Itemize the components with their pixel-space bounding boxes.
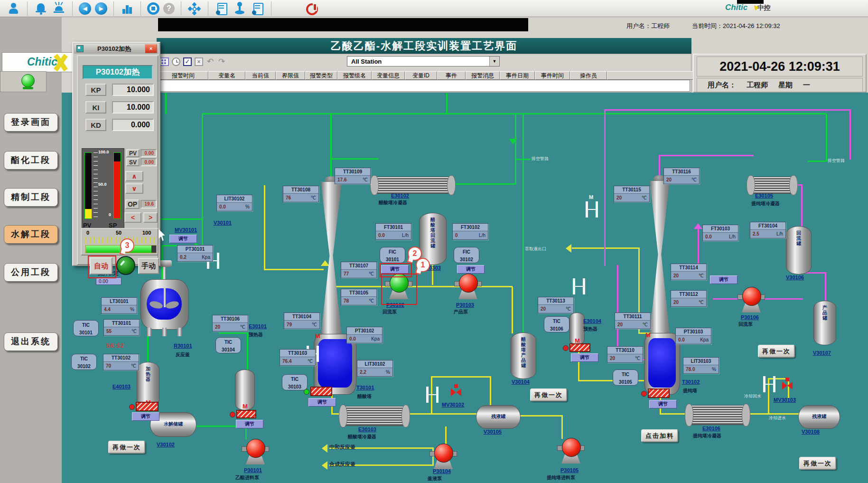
equipment-label-E30103[interactable]: E30103: [358, 426, 376, 432]
kd-value-field[interactable]: 0.000: [112, 119, 154, 131]
bell-icon[interactable]: [34, 2, 48, 15]
op-increase-button[interactable]: >: [143, 212, 158, 223]
equipment-label-P30104[interactable]: P30104: [433, 468, 451, 474]
equipment-label-V30106[interactable]: V30106: [786, 275, 804, 280]
kp-value-field[interactable]: 10.000: [112, 84, 154, 96]
horizontal-tank[interactable]: 残液罐: [476, 405, 521, 429]
action-button[interactable]: 再做一次: [108, 441, 145, 454]
valve-symbol[interactable]: [426, 387, 439, 403]
heat-exchanger[interactable]: [376, 177, 449, 194]
lamp-icon[interactable]: [52, 2, 66, 15]
instrument-TT30102[interactable]: TT3010270℃: [103, 354, 139, 370]
equipment-label-V30105[interactable]: V30105: [484, 429, 502, 435]
adjust-button[interactable]: 调节: [308, 398, 336, 407]
adjust-button[interactable]: 调节: [710, 275, 737, 284]
auto-manual-knob[interactable]: [116, 256, 135, 275]
alarm-col-6[interactable]: 报警组名: [337, 71, 372, 80]
equipment-label-V30108[interactable]: V30108: [802, 429, 820, 435]
manual-mode-button[interactable]: 手动: [138, 258, 159, 274]
equipment-label-P30101[interactable]: P30101: [244, 467, 262, 473]
instrument-TT30103[interactable]: TT3010376.4℃: [280, 349, 316, 366]
report-icon[interactable]: [215, 2, 229, 15]
pump-stopped[interactable]: [433, 444, 454, 470]
trend-chart-icon[interactable]: [120, 2, 134, 15]
instrument-FT30102[interactable]: FT301020L/h: [452, 223, 488, 240]
controller-TIC30105[interactable]: TIC30105: [613, 369, 638, 386]
station-filter-dropdown[interactable]: All Station ▼: [347, 56, 500, 66]
alarm-col-7[interactable]: 变量信息: [372, 71, 405, 80]
instrument-TT30104[interactable]: TT3010479℃: [284, 313, 320, 329]
equipment-label-MV30101[interactable]: MV30101: [175, 227, 197, 233]
valve-symbol[interactable]: [763, 376, 775, 392]
controller-TIC30102[interactable]: TIC30102: [71, 354, 97, 370]
alarm-undo-icon[interactable]: ↶: [206, 57, 215, 66]
equipment-label-R30101[interactable]: R30101: [174, 343, 192, 349]
equipment-label-MV30102[interactable]: MV30102: [442, 402, 464, 407]
equipment-label-P30105[interactable]: P30105: [560, 467, 579, 473]
instrument-LT30101[interactable]: LT301014.4%: [101, 297, 137, 314]
controller-TIC30101[interactable]: TIC30101: [73, 320, 99, 336]
action-button[interactable]: 再做一次: [799, 457, 836, 470]
equipment-label-MV30103[interactable]: MV30103: [774, 397, 796, 403]
equipment-label-E30106[interactable]: E30106: [702, 426, 720, 431]
adjust-button[interactable]: 调节: [571, 353, 598, 362]
alarm-col-4[interactable]: 界限值: [276, 71, 305, 80]
nav-forward-icon[interactable]: ▶: [95, 2, 107, 15]
pump-stopped[interactable]: [245, 439, 266, 465]
stir-setting-field[interactable]: 0.00: [96, 277, 121, 285]
sidebar-item-4[interactable]: 水解工段: [4, 225, 58, 244]
alarm-col-2[interactable]: 变量名: [208, 71, 245, 80]
instrument-PT30101[interactable]: PT301010.2Kpa: [177, 245, 213, 262]
instrument-TT30105[interactable]: TT3010578℃: [341, 289, 377, 305]
help-icon[interactable]: ?: [163, 3, 175, 14]
equipment-label-E30104[interactable]: E30104: [583, 318, 601, 324]
adjust-button[interactable]: 调节: [457, 265, 485, 274]
vertical-vessel[interactable]: M: [569, 313, 585, 345]
alarm-clear-icon[interactable]: ×: [195, 57, 203, 66]
equipment-label-T30101[interactable]: T30101: [356, 385, 374, 390]
instrument-PT30102[interactable]: PT301020.0Kpa: [346, 327, 383, 343]
vertical-vessel[interactable]: 加热器M: [137, 362, 159, 407]
report-config-icon[interactable]: [251, 2, 265, 15]
vertical-vessel[interactable]: 产品罐: [813, 301, 836, 345]
instrument-TT30116[interactable]: TT3011620℃: [663, 168, 700, 184]
controller-TIC30104[interactable]: TIC30104: [215, 337, 241, 353]
adjust-button[interactable]: 调节: [236, 420, 263, 428]
equipment-label-P30103[interactable]: P30103: [456, 302, 474, 308]
op-field[interactable]: 19.6: [140, 200, 157, 208]
vertical-vessel[interactable]: 醋酸塔产品罐: [511, 332, 536, 379]
nav-back-icon[interactable]: ◀: [79, 2, 91, 15]
sv-field[interactable]: 0.00: [140, 158, 157, 166]
instrument-TT30112[interactable]: TT3011220℃: [671, 290, 707, 307]
heat-exchanger[interactable]: [345, 406, 404, 426]
instrument-PT30103[interactable]: PT301030.0Kpa: [675, 328, 711, 344]
network-icon[interactable]: [187, 2, 202, 15]
instrument-TT30113[interactable]: TT3011320℃: [538, 297, 574, 313]
instrument-LIT30102[interactable]: LIT301020.0%: [216, 195, 252, 211]
equipment-label-V30101[interactable]: V30101: [214, 220, 232, 226]
instrument-TT30107[interactable]: TT3010777℃: [341, 262, 377, 278]
equipment-label-P30106[interactable]: P30106: [741, 314, 759, 320]
instrument-FT30104[interactable]: FT301042.5L/h: [750, 222, 786, 238]
instrument-FT30101[interactable]: FT301010.0L/h: [375, 223, 411, 240]
motor-valve[interactable]: [782, 382, 793, 389]
vertical-vessel[interactable]: M: [235, 369, 255, 410]
sidebar-item-6[interactable]: 退出系统: [4, 332, 58, 351]
instrument-TT30115[interactable]: TT3011520℃: [614, 186, 650, 202]
instrument-LIT30103[interactable]: LIT3010378.0%: [683, 357, 719, 374]
instrument-LIT30102[interactable]: LIT301022.2%: [357, 360, 393, 377]
instrument-TT30108[interactable]: TT3010876℃: [283, 186, 319, 202]
controller-FIC30101[interactable]: FIC30101: [380, 247, 405, 263]
column-bottom-vessel[interactable]: M: [644, 333, 680, 395]
instrument-TT30114[interactable]: TT3011420℃: [671, 264, 707, 280]
alarm-col-5[interactable]: 报警类型: [305, 71, 337, 80]
controller-TIC30106[interactable]: TIC30106: [544, 316, 569, 332]
alarm-col-1[interactable]: 报警时间: [158, 71, 208, 80]
equipment-label-E30105[interactable]: E30105: [755, 193, 773, 199]
op-decrease-button[interactable]: <: [124, 212, 141, 223]
controller-TIC30103[interactable]: TIC30103: [282, 374, 308, 390]
sp-up-button[interactable]: ∧: [125, 171, 143, 181]
valve-symbol[interactable]: M: [586, 201, 598, 218]
stop-icon[interactable]: [147, 2, 159, 15]
vertical-vessel[interactable]: 回流罐: [786, 226, 812, 275]
